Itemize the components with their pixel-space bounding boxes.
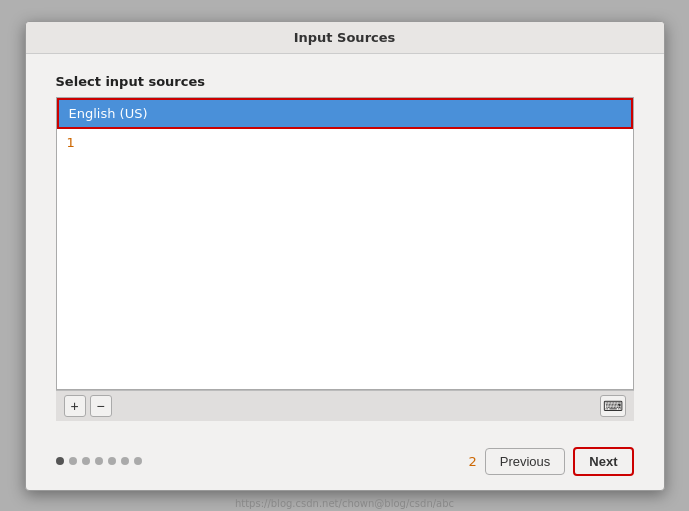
dot-6 — [121, 457, 129, 465]
list-item-english-us[interactable]: English (US) — [57, 98, 633, 129]
keyboard-icon: ⌨ — [603, 398, 623, 414]
window-title: Input Sources — [294, 30, 396, 45]
previous-button[interactable]: Previous — [485, 448, 566, 475]
toolbar-left-group: + − — [64, 395, 112, 417]
watermark: https://blog.csdn.net/chown@blog/csdn/ab… — [0, 498, 689, 509]
nav-buttons-group: 2 Previous Next — [468, 447, 633, 476]
section-title: Select input sources — [56, 74, 634, 89]
list-toolbar: + − ⌨ — [56, 390, 634, 421]
dot-5 — [108, 457, 116, 465]
list-area: 1 — [57, 129, 633, 389]
progress-dots — [56, 457, 142, 465]
footer: 2 Previous Next — [26, 437, 664, 490]
main-window: Input Sources Select input sources Engli… — [25, 21, 665, 491]
next-button[interactable]: Next — [573, 447, 633, 476]
dot-3 — [82, 457, 90, 465]
annotation-1: 1 — [67, 135, 75, 150]
dot-2 — [69, 457, 77, 465]
annotation-2: 2 — [468, 454, 476, 469]
titlebar: Input Sources — [26, 22, 664, 54]
keyboard-settings-button[interactable]: ⌨ — [600, 395, 626, 417]
nav-buttons: Previous Next — [485, 447, 634, 476]
dot-4 — [95, 457, 103, 465]
input-sources-list-container: English (US) 1 — [56, 97, 634, 390]
dot-1 — [56, 457, 64, 465]
add-source-button[interactable]: + — [64, 395, 86, 417]
dot-7 — [134, 457, 142, 465]
content-area: Select input sources English (US) 1 + − … — [26, 54, 664, 437]
remove-source-button[interactable]: − — [90, 395, 112, 417]
